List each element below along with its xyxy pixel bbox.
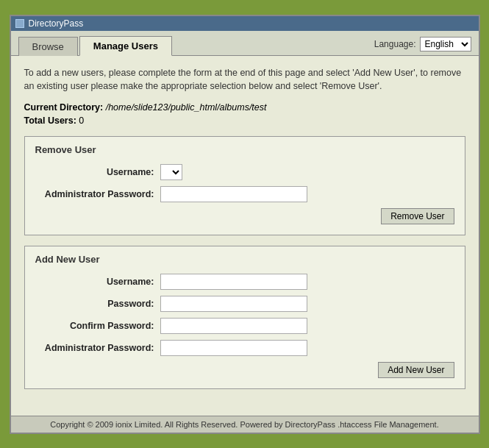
copyright-text: Copyright © 2009 ionix Limited. All Righ… (50, 420, 438, 429)
remove-user-section: Remove User Username: Administrator Pass… (24, 136, 465, 235)
add-new-user-section: Add New User Username: Password: Confirm… (24, 246, 465, 389)
add-admin-password-label: Administrator Password: (35, 343, 160, 353)
tabs: Browse Manage Users (18, 35, 173, 55)
app-icon (15, 19, 24, 28)
add-confirm-password-label: Confirm Password: (35, 321, 160, 331)
add-admin-password-input[interactable] (160, 340, 307, 356)
add-admin-password-row: Administrator Password: (35, 340, 454, 356)
add-confirm-password-input[interactable] (160, 318, 307, 334)
current-directory-info: Current Directory: /home/slide123/public… (24, 102, 465, 113)
total-users-info: Total Users: 0 (24, 115, 465, 126)
current-directory-path: /home/slide123/public_html/albums/test (106, 102, 267, 113)
remove-admin-password-input[interactable] (160, 186, 307, 202)
add-username-label: Username: (35, 277, 160, 287)
language-select[interactable]: EnglishFrenchGermanSpanish (420, 37, 471, 51)
remove-username-label: Username: (35, 167, 160, 177)
add-username-row: Username: (35, 274, 454, 290)
tab-browse[interactable]: Browse (18, 37, 78, 56)
tab-bar: Browse Manage Users Language: EnglishFre… (11, 31, 479, 56)
description-text: To add a new users, please complete the … (24, 66, 465, 94)
remove-user-title: Remove User (35, 144, 454, 155)
title-bar: DirectoryPass (11, 16, 479, 31)
remove-username-row: Username: (35, 164, 454, 180)
language-label: Language: (374, 39, 416, 49)
total-users-value: 0 (79, 115, 84, 126)
total-users-label: Total Users: (24, 115, 76, 126)
language-selector: Language: EnglishFrenchGermanSpanish (374, 37, 471, 55)
add-password-label: Password: (35, 299, 160, 309)
main-window: DirectoryPass Browse Manage Users Langua… (10, 15, 480, 434)
add-username-input[interactable] (160, 274, 307, 290)
main-area: To add a new users, please complete the … (11, 56, 479, 416)
remove-username-select[interactable] (160, 164, 182, 180)
add-new-user-title: Add New User (35, 254, 454, 265)
tab-manage-users[interactable]: Manage Users (79, 36, 172, 56)
add-new-user-button[interactable]: Add New User (378, 362, 454, 378)
add-confirm-password-row: Confirm Password: (35, 318, 454, 334)
remove-admin-password-label: Administrator Password: (35, 189, 160, 199)
add-password-input[interactable] (160, 296, 307, 312)
remove-button-row: Remove User (35, 208, 454, 224)
current-directory-label: Current Directory: (24, 102, 104, 113)
window-content: Browse Manage Users Language: EnglishFre… (11, 31, 479, 416)
remove-user-button[interactable]: Remove User (381, 208, 454, 224)
add-button-row: Add New User (35, 362, 454, 378)
add-password-row: Password: (35, 296, 454, 312)
footer: Copyright © 2009 ionix Limited. All Righ… (11, 416, 479, 433)
remove-admin-password-row: Administrator Password: (35, 186, 454, 202)
window-title: DirectoryPass (29, 18, 84, 29)
